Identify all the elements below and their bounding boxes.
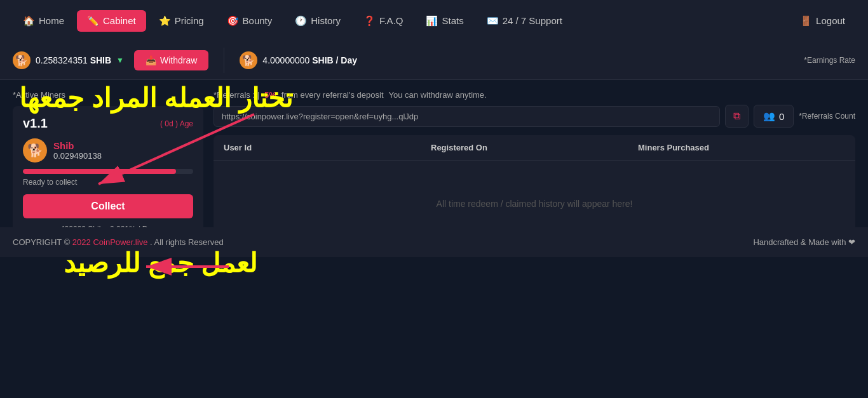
shib-rate-icon: 🐕 <box>240 51 257 69</box>
right-panel: *Referrals : | 5% from every referral's … <box>214 90 855 247</box>
nav-stats[interactable]: 📊 Stats <box>416 10 473 32</box>
coin-name: Shib <box>53 140 102 151</box>
nav-faq[interactable]: ❓ F.A.Q <box>353 10 414 32</box>
active-miners-label: *Active Miners <box>13 90 203 100</box>
left-panel: *Active Miners v1.1 ( 0d ) Age 🐕 Shib 0.… <box>13 90 203 247</box>
balance-display: 🐕 0.258324351 SHIB ▼ <box>13 51 124 69</box>
stats-icon: 📊 <box>426 15 438 27</box>
referral-section: *Referrals : | 5% from every referral's … <box>214 90 855 128</box>
rate-amount: 4.00000000 SHIB / Day <box>262 55 357 65</box>
withdraw-icon: 📥 <box>146 55 156 65</box>
pricing-icon: ⭐ <box>159 15 171 27</box>
history-icon: 🕐 <box>295 15 307 27</box>
ref-count: 0 <box>779 111 784 122</box>
support-icon: ✉️ <box>487 15 499 27</box>
cabinet-icon: ✏️ <box>87 15 99 27</box>
ref-count-box: 👥 0 <box>754 105 794 128</box>
copy-link-button[interactable]: ⧉ <box>725 105 749 128</box>
col-userid: User Id <box>224 143 431 152</box>
footer-link[interactable]: 2022 CoinPower.live <box>72 237 148 247</box>
miner-coin: 🐕 Shib 0.029490138 <box>23 138 193 163</box>
miner-version: v1.1 <box>23 116 48 131</box>
footer-copyright: COPYRIGHT © 2022 CoinPower.live . All ri… <box>13 237 224 247</box>
nav-bounty[interactable]: 🎯 Bounty <box>217 10 283 32</box>
footer: COPYRIGHT © 2022 CoinPower.live . All ri… <box>0 227 868 257</box>
miner-header: v1.1 ( 0d ) Age <box>23 116 193 131</box>
miner-age: ( 0d ) Age <box>160 119 193 128</box>
users-icon: 👥 <box>763 110 775 122</box>
withdraw-button[interactable]: 📥 Withdraw <box>134 50 208 70</box>
nav-history[interactable]: 🕐 History <box>285 10 351 32</box>
shib-balance-icon: 🐕 <box>13 51 31 69</box>
nav-cabinet[interactable]: ✏️ Cabinet <box>77 10 146 32</box>
referral-link-box: https://coinpower.live?register=open&ref… <box>214 106 720 127</box>
rate-display: 🐕 4.00000000 SHIB / Day <box>240 51 357 69</box>
nav-pricing[interactable]: ⭐ Pricing <box>149 10 214 32</box>
col-registered: Registered On <box>431 143 638 152</box>
coin-info: Shib 0.029490138 <box>53 140 102 161</box>
nav-support[interactable]: ✉️ 24 / 7 Support <box>477 10 573 32</box>
progress-bar-fill <box>23 169 176 174</box>
earnings-rate: *Earnings Rate <box>804 56 855 65</box>
divider <box>224 48 224 73</box>
footer-handcrafted: Handcrafted & Made with ❤ <box>753 237 855 247</box>
coin-icon: 🐕 <box>23 138 47 163</box>
logout-icon: 🚪 <box>800 15 812 27</box>
col-miners: Miners Purchased <box>638 143 845 152</box>
chevron-down-icon[interactable]: ▼ <box>116 56 124 65</box>
referral-link-container: https://coinpower.live?register=open&ref… <box>214 105 855 128</box>
balance-amount: 0.258324351 SHIB <box>36 55 111 65</box>
nav-home[interactable]: 🏠 Home <box>13 10 74 32</box>
table-header: User Id Registered On Miners Purchased <box>214 135 855 161</box>
nav-logout[interactable]: 🚪 Logout <box>790 10 855 32</box>
referrals-count-label: *Referrals Count <box>799 112 855 121</box>
faq-icon: ❓ <box>363 15 376 27</box>
referral-info: *Referrals : | 5% from every referral's … <box>214 90 855 100</box>
collect-button[interactable]: Collect <box>23 194 193 218</box>
coin-amount: 0.029490138 <box>53 151 102 161</box>
progress-bar-container <box>23 169 193 174</box>
ready-text: Ready to collect <box>23 178 193 187</box>
navigation: 🏠 Home ✏️ Cabinet ⭐ Pricing 🎯 Bounty 🕐 H… <box>0 0 868 41</box>
miner-card: v1.1 ( 0d ) Age 🐕 Shib 0.029490138 Ready… <box>13 106 203 244</box>
referral-pct: 5% <box>264 90 276 100</box>
balance-bar: 🐕 0.258324351 SHIB ▼ 📥 Withdraw 🐕 4.0000… <box>0 41 868 80</box>
home-icon: 🏠 <box>23 15 35 27</box>
bounty-icon: 🎯 <box>227 15 239 27</box>
